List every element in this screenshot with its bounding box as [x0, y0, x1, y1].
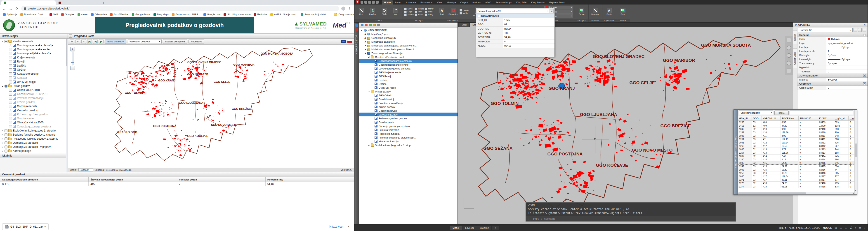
collapse-icon[interactable]: − [863, 82, 866, 85]
palette-tree-item[interactable]: Požarno ogroženi gozdovi [359, 116, 458, 120]
palette-tree-item[interactable]: ◢Zavod za gozdove Slovenije [359, 51, 458, 55]
open-icon[interactable] [361, 1, 363, 4]
palette-tree-item[interactable]: Lovskoupravljavska območja [359, 67, 458, 70]
ribbon-button-group[interactable]: Group [576, 8, 587, 15]
toggle-pickadd-icon[interactable] [863, 28, 866, 32]
table-column-header[interactable]: FUNKCIJA [798, 116, 818, 121]
bookmark-item[interactable]: Amazon.com: SUPE... [170, 13, 202, 16]
king-palette-titlebar[interactable]: KING.PROSTOR [354, 23, 359, 224]
layout-tab-layout1[interactable]: Layout1 [463, 226, 477, 230]
tree-expander-icon[interactable]: ▷ [1, 146, 4, 148]
palette-tree-item[interactable]: Funkcija varovanja [359, 128, 458, 132]
table-hscrollbar[interactable]: ❯ [738, 192, 855, 194]
group-header[interactable]: 3D Visualization− [798, 74, 868, 78]
settings-icon[interactable] [373, 24, 376, 26]
ribbon-tab-insert[interactable]: Insert [393, 0, 404, 4]
table-row[interactable]: 125703410178.66v034109000 [738, 131, 855, 134]
table-row[interactable]: 103102412190.94v024127160 [738, 141, 855, 144]
layer-tree-item[interactable]: ▷Ekološke funkcije gozdov 1. stopnje [0, 128, 68, 132]
palette-tree-item[interactable]: ◢http://king1.geo... [359, 32, 458, 36]
layer-tree-item[interactable]: Krajevne enote [0, 55, 68, 60]
palette-tree-item[interactable]: Gozdni sestoji [359, 97, 458, 101]
bookmark-item[interactable]: Downloads: Custo... [19, 13, 48, 16]
layer-checkbox[interactable] [4, 133, 7, 136]
property-row[interactable]: Thickness0 [798, 70, 868, 74]
layout-tab-layout2[interactable]: Layout2 [477, 226, 491, 230]
panel-label[interactable]: Annotation [435, 19, 471, 22]
layer-checkbox[interactable] [4, 146, 7, 148]
layer-tree-item[interactable]: Lovišča [0, 64, 68, 68]
palette-tree-item[interactable]: ◢Gozdovi - Prostorske enote [359, 55, 458, 59]
download-item[interactable]: G3_SLO_SHP_G_61....zip ▾ [2, 223, 49, 230]
tree-panel-header[interactable]: Drevo slojev [0, 34, 68, 39]
tree-expander-icon[interactable]: ▷ [1, 134, 4, 136]
palette-tree-item[interactable]: Površine v zaraščanju [359, 101, 458, 105]
object-type-selector[interactable]: Polyline (2)▾ [798, 28, 852, 32]
layer-checkbox[interactable] [9, 121, 12, 124]
table-row[interactable]: 1280034142.16v034148960 [738, 158, 855, 161]
layer-checkbox[interactable] [4, 150, 7, 153]
bookmark-item[interactable]: Aplikacije [2, 13, 19, 16]
polar-icon[interactable]: ∠ [850, 226, 852, 230]
layer-checkbox[interactable] [9, 93, 12, 95]
palette-tree-item[interactable]: Gozdni rezervati [359, 109, 458, 113]
layer-checkbox[interactable] [4, 85, 7, 87]
ribbon-tab-a360[interactable]: A360 [483, 0, 493, 4]
ribbon-tab-view[interactable]: View [435, 0, 445, 4]
panel-label[interactable]: Clipboard [602, 19, 616, 22]
ribbon-tab-manage[interactable]: Manage [445, 0, 458, 4]
bookmark-item[interactable]: AMZS - Stanje na c... [269, 13, 299, 16]
ribbon-button-arc[interactable]: Arc [391, 8, 401, 15]
ribbon-button-fillet[interactable]: Fillet [425, 11, 434, 13]
share-link-button[interactable]: Povezava [188, 39, 205, 44]
filter-input[interactable] [790, 111, 853, 115]
layer-checkbox[interactable] [9, 117, 12, 120]
layer-tree-item[interactable]: Gozdne ceste [0, 116, 68, 120]
property-row[interactable]: ColorByLayer [798, 37, 868, 41]
ribbon-tab-featured-apps[interactable]: Featured Apps [493, 0, 514, 4]
layer-tree-item[interactable]: Varovalni gozdovi [0, 108, 68, 112]
tree-expander-icon[interactable]: ▷ [1, 150, 4, 152]
table-row[interactable]: 104002417146.34v024177270 [738, 175, 855, 178]
ribbon-button-line[interactable]: Line [356, 8, 367, 15]
palette-tree-item[interactable]: Krčitve gozdov [359, 105, 458, 109]
table-column-header[interactable]: __g4 [848, 116, 855, 121]
palette-tree-item[interactable]: Lovišča [359, 78, 458, 82]
layer-tree-item[interactable]: ▷Območja za sanacijo - v pripravi [0, 145, 68, 149]
layer-checkbox[interactable] [9, 125, 12, 128]
ribbon-button-table[interactable]: Table [460, 12, 469, 14]
results-column-header[interactable]: Gozdnogospodarsko območje [0, 177, 89, 182]
table-row[interactable]: 12490341524.99v034158940 [738, 165, 855, 168]
data-attributes-section[interactable]: − Data Attributes [476, 14, 555, 18]
layer-checkbox[interactable] [9, 72, 12, 75]
zoom-in-icon[interactable]: + [75, 39, 80, 44]
layout-tab-model[interactable]: Model [450, 226, 462, 230]
palette-tree-item[interactable]: ◢KING.PROSTOR [359, 28, 458, 32]
bookmark-item[interactable]: meteo [76, 13, 90, 16]
layer-checkbox[interactable] [9, 105, 12, 108]
layer-checkbox[interactable] [9, 97, 12, 100]
palette-tree-item[interactable]: ◢Socialne funkcije gozdov 1. stop... [359, 143, 458, 147]
close-icon[interactable]: ✕ [550, 9, 554, 13]
layer-checkbox[interactable] [9, 56, 12, 59]
layer-tree-item[interactable]: ▷Kartne podlage [0, 149, 68, 153]
ribbon-button-base[interactable]: Base [618, 8, 628, 15]
new-layout-button[interactable]: + [492, 226, 499, 230]
new-tab-button[interactable]: + [101, 1, 106, 5]
menu-icon[interactable]: ⋮ [348, 6, 352, 11]
print-map-button[interactable]: Natisni zemljevid [163, 39, 187, 44]
map-canvas[interactable]: GGO MURSKA SOBOTAGGO SLOVENJ GRADECGGO M… [68, 45, 354, 167]
layer-tree-item[interactable]: Površine v zaraščanju [0, 96, 68, 100]
palette-tree-item[interactable]: ◢Ministrstvo za kmetijstvo, gozdarstvo i… [359, 43, 458, 47]
pan-icon[interactable] [786, 53, 791, 58]
layer-checkbox[interactable] [9, 52, 12, 55]
palette-tree-item[interactable]: ◢Ministrstvo za kulturo [359, 40, 458, 43]
osnap-icon[interactable]: ⌖ [855, 226, 856, 230]
layer-checkbox[interactable] [9, 60, 12, 63]
layer-tree-item[interactable]: Gozdnogospodarske enote [0, 47, 68, 51]
tree-expander-icon[interactable]: ▷ [1, 142, 4, 144]
browser-tab-background[interactable] [56, 0, 101, 5]
grid-icon[interactable]: ▦ [835, 226, 837, 230]
ribbon-button-move[interactable]: Move [404, 8, 414, 10]
table-column-header[interactable]: GSX_ID [738, 116, 752, 121]
